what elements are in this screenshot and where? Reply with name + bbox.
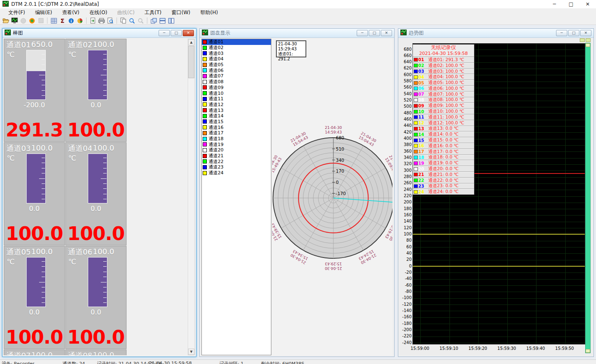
menu-item-0[interactable]: 文件(F)	[3, 8, 30, 17]
disk-window-titlebar[interactable]: 圆盘显示 ─ □ ✕	[200, 29, 394, 38]
disk-minimize-button[interactable]: ─	[357, 30, 368, 36]
channel-list-item-通道05[interactable]: 通道05	[202, 62, 271, 68]
menu-item-2[interactable]: 查看(V)	[57, 8, 84, 17]
menu-item-5[interactable]: 工具(T)	[139, 8, 166, 17]
menu-item-6[interactable]: 窗口(W)	[166, 8, 195, 17]
gridline	[536, 44, 536, 344]
menu-item-3[interactable]: 在线(O)	[84, 8, 112, 17]
disk-maximize-button[interactable]: □	[369, 30, 380, 36]
channel-color-swatch	[203, 40, 207, 44]
scroll-up-icon[interactable]: ▲	[188, 39, 194, 45]
legend-row-01: 01通道01: 291.3 ℃	[413, 57, 474, 63]
bar-scrollbar[interactable]: ▲ ▼	[188, 39, 195, 355]
zoom-handle-icon[interactable]	[586, 38, 591, 42]
gridline	[413, 203, 585, 203]
channel-list-item-通道17[interactable]: 通道17	[202, 130, 271, 136]
scrollbar-thumb[interactable]	[188, 46, 194, 78]
y-tick-label: 240	[400, 187, 412, 192]
menu-item-1[interactable]: 编辑(E)	[30, 8, 57, 17]
window-tile-horizontal-icon[interactable]	[159, 17, 166, 25]
device-connect-icon[interactable]	[11, 17, 18, 25]
polar-chart: 6805103401700-17021-04-3014:59:4321-04-3…	[272, 119, 392, 277]
legend-row-06: 06通道06: 100.0 ℃	[413, 86, 474, 92]
gridline	[413, 253, 585, 254]
y-tick-label: 380	[400, 142, 412, 147]
toolbar-separator	[147, 17, 147, 24]
bar-minimize-button[interactable]: ─	[159, 30, 170, 36]
window-icon	[400, 29, 407, 37]
window-cascade-icon[interactable]	[150, 17, 157, 25]
channel-list-item-通道20[interactable]: 通道20	[202, 147, 271, 153]
gridline	[413, 241, 585, 241]
channel-list-item-通道15[interactable]: 通道15	[202, 119, 271, 125]
channel-list-item-通道23[interactable]: 通道23	[202, 164, 271, 170]
channel-list-item-通道18[interactable]: 通道18	[202, 136, 271, 142]
channel-list-item-通道04[interactable]: 通道04	[202, 56, 271, 62]
open-file-icon[interactable]	[2, 17, 10, 25]
record-active-icon[interactable]	[28, 17, 36, 25]
print-preview-icon[interactable]	[107, 17, 114, 25]
trend-close-button[interactable]: ✕	[580, 30, 591, 36]
app-minimize-button[interactable]: ─	[546, 0, 563, 8]
legend-row-11: 11通道11: 100.0 ℃	[413, 114, 474, 120]
polar-time-label: 21-04-3015:29:43	[325, 262, 342, 270]
app-close-button[interactable]: ✕	[579, 0, 596, 8]
scrollbar-cap[interactable]	[586, 43, 590, 47]
bar-window-titlebar[interactable]: 棒图 ─ □ ✕	[2, 29, 196, 38]
channel-list-item-通道19[interactable]: 通道19	[202, 141, 271, 147]
bar-ticks	[100, 54, 107, 96]
bar-cell-通道02: 通道02100.0℃0.0100.0	[65, 39, 127, 142]
legend-row-17: 17通道17: 0.0 ℃	[413, 149, 474, 155]
channel-list-item-通道01[interactable]: 通道01	[202, 39, 271, 45]
bar-ticks	[39, 54, 45, 96]
pie-chart-icon[interactable]	[76, 17, 84, 25]
range-min: 0.0	[4, 308, 65, 316]
channel-list-item-通道08[interactable]: 通道08	[202, 79, 271, 85]
status-field-4: 记录间隔: 1	[219, 361, 243, 364]
legend-color-swatch	[414, 104, 418, 108]
channel-list-item-通道22[interactable]: 通道22	[202, 158, 271, 164]
legend-channel-number: 21	[418, 172, 426, 177]
trend-scrollbar[interactable]	[585, 43, 591, 353]
channel-list-item-通道24[interactable]: 通道24	[202, 170, 271, 176]
channel-list-item-通道06[interactable]: 通道06	[202, 67, 271, 73]
copy-icon[interactable]	[119, 17, 127, 25]
svg-text:-170: -170	[336, 191, 346, 196]
trend-window-titlebar[interactable]: 趋势图 ─ □ ✕	[398, 29, 594, 38]
bar-maximize-button[interactable]: □	[171, 30, 182, 36]
app-maximize-button[interactable]: □	[563, 0, 579, 8]
channel-list-item-通道10[interactable]: 通道10	[202, 90, 271, 96]
channel-list-item-通道12[interactable]: 通道12	[202, 102, 271, 108]
channel-color-swatch	[203, 51, 207, 55]
scroll-down-icon[interactable]: ▼	[188, 349, 194, 355]
bar-close-button[interactable]: ✕	[183, 30, 194, 36]
trend-minimize-button[interactable]: ─	[556, 30, 567, 36]
print-icon[interactable]	[98, 17, 105, 25]
export-icon[interactable]	[89, 17, 97, 25]
statistics-sigma-icon[interactable]: Σ	[59, 17, 66, 25]
info-icon[interactable]: i	[67, 17, 75, 25]
menu-item-7[interactable]: 帮助(H)	[195, 8, 223, 17]
channel-list-item-通道14[interactable]: 通道14	[202, 113, 271, 119]
channel-list-item-通道11[interactable]: 通道11	[202, 96, 271, 102]
svg-text:21-04-30: 21-04-30	[325, 126, 342, 130]
range-max: 100.0	[93, 247, 114, 257]
channel-list-item-通道21[interactable]: 通道21	[202, 153, 271, 159]
gridline	[413, 285, 585, 286]
channel-list-item-通道03[interactable]: 通道03	[202, 50, 271, 56]
zoom-handle-icon[interactable]	[580, 38, 585, 42]
channel-list-item-通道16[interactable]: 通道16	[202, 124, 271, 130]
channel-list-item-通道07[interactable]: 通道07	[202, 73, 271, 79]
legend-channel-number: 22	[418, 178, 426, 183]
scrollbar-cap[interactable]	[586, 349, 590, 353]
channel-list-item-通道13[interactable]: 通道13	[202, 107, 271, 113]
y-tick-label: -140	[400, 308, 412, 313]
trend-maximize-button[interactable]: □	[568, 30, 579, 36]
zoom-in-icon[interactable]	[128, 17, 136, 25]
window-tile-vertical-icon[interactable]	[167, 17, 175, 25]
disk-close-button[interactable]: ✕	[381, 30, 392, 36]
legend-color-swatch	[414, 161, 418, 165]
channel-list-item-通道02[interactable]: 通道02	[202, 45, 271, 51]
data-table-icon[interactable]	[50, 17, 57, 25]
channel-list-item-通道09[interactable]: 通道09	[202, 85, 271, 91]
